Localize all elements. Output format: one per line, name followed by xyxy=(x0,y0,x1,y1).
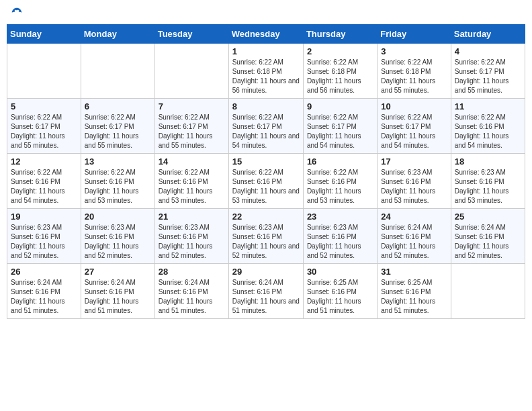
day-number: 26 xyxy=(11,267,77,277)
calendar-cell: 22Sunrise: 6:23 AM Sunset: 6:16 PM Dayli… xyxy=(228,209,303,264)
calendar-cell: 2Sunrise: 6:22 AM Sunset: 6:18 PM Daylig… xyxy=(303,44,377,99)
weekday-header-row: SundayMondayTuesdayWednesdayThursdayFrid… xyxy=(7,25,525,44)
day-number: 31 xyxy=(381,267,447,277)
calendar-week-row: 1Sunrise: 6:22 AM Sunset: 6:18 PM Daylig… xyxy=(7,44,525,99)
day-number: 19 xyxy=(11,212,77,222)
day-info: Sunrise: 6:23 AM Sunset: 6:16 PM Dayligh… xyxy=(307,223,373,261)
day-info: Sunrise: 6:23 AM Sunset: 6:16 PM Dayligh… xyxy=(11,223,77,261)
logo-bird-icon xyxy=(11,7,23,19)
calendar-cell: 6Sunrise: 6:22 AM Sunset: 6:17 PM Daylig… xyxy=(81,99,154,154)
day-info: Sunrise: 6:24 AM Sunset: 6:16 PM Dayligh… xyxy=(159,278,225,316)
day-info: Sunrise: 6:22 AM Sunset: 6:18 PM Dayligh… xyxy=(232,58,300,95)
calendar-cell: 26Sunrise: 6:24 AM Sunset: 6:16 PM Dayli… xyxy=(7,264,81,319)
calendar-cell: 5Sunrise: 6:22 AM Sunset: 6:17 PM Daylig… xyxy=(7,99,81,154)
day-number: 23 xyxy=(307,212,373,222)
calendar-cell: 11Sunrise: 6:22 AM Sunset: 6:16 PM Dayli… xyxy=(451,99,525,154)
day-number: 11 xyxy=(455,101,521,111)
day-info: Sunrise: 6:23 AM Sunset: 6:16 PM Dayligh… xyxy=(381,168,447,205)
weekday-header-wednesday: Wednesday xyxy=(228,25,303,44)
day-number: 22 xyxy=(232,212,300,222)
calendar-cell xyxy=(154,44,228,99)
day-info: Sunrise: 6:22 AM Sunset: 6:16 PM Dayligh… xyxy=(159,168,225,205)
day-info: Sunrise: 6:23 AM Sunset: 6:16 PM Dayligh… xyxy=(232,223,300,261)
day-info: Sunrise: 6:24 AM Sunset: 6:16 PM Dayligh… xyxy=(381,223,447,261)
day-info: Sunrise: 6:22 AM Sunset: 6:16 PM Dayligh… xyxy=(307,168,373,205)
calendar-cell: 7Sunrise: 6:22 AM Sunset: 6:17 PM Daylig… xyxy=(154,99,228,154)
day-info: Sunrise: 6:24 AM Sunset: 6:16 PM Dayligh… xyxy=(85,278,151,316)
day-number: 21 xyxy=(159,212,225,222)
day-number: 14 xyxy=(159,156,225,167)
day-number: 10 xyxy=(381,101,447,111)
calendar-cell: 28Sunrise: 6:24 AM Sunset: 6:16 PM Dayli… xyxy=(154,264,228,319)
day-number: 12 xyxy=(11,156,77,167)
day-number: 3 xyxy=(381,46,447,56)
logo xyxy=(9,7,23,19)
day-number: 9 xyxy=(307,101,373,111)
calendar-cell: 10Sunrise: 6:22 AM Sunset: 6:17 PM Dayli… xyxy=(378,99,451,154)
day-number: 28 xyxy=(159,267,225,277)
day-number: 24 xyxy=(381,212,447,222)
calendar-cell: 13Sunrise: 6:22 AM Sunset: 6:16 PM Dayli… xyxy=(81,154,154,209)
day-number: 27 xyxy=(85,267,151,277)
calendar-cell: 1Sunrise: 6:22 AM Sunset: 6:18 PM Daylig… xyxy=(228,44,303,99)
day-number: 25 xyxy=(455,212,521,222)
day-info: Sunrise: 6:23 AM Sunset: 6:16 PM Dayligh… xyxy=(455,168,521,205)
calendar-table: SundayMondayTuesdayWednesdayThursdayFrid… xyxy=(7,24,525,319)
calendar-cell xyxy=(81,44,154,99)
calendar-cell: 14Sunrise: 6:22 AM Sunset: 6:16 PM Dayli… xyxy=(154,154,228,209)
calendar-cell: 12Sunrise: 6:22 AM Sunset: 6:16 PM Dayli… xyxy=(7,154,81,209)
page-header xyxy=(7,7,525,19)
weekday-header-tuesday: Tuesday xyxy=(154,25,228,44)
day-info: Sunrise: 6:24 AM Sunset: 6:16 PM Dayligh… xyxy=(232,278,300,316)
day-number: 15 xyxy=(232,156,300,167)
day-number: 7 xyxy=(159,101,225,111)
calendar-cell: 19Sunrise: 6:23 AM Sunset: 6:16 PM Dayli… xyxy=(7,209,81,264)
calendar-cell: 4Sunrise: 6:22 AM Sunset: 6:17 PM Daylig… xyxy=(451,44,525,99)
day-number: 8 xyxy=(232,101,300,111)
day-number: 18 xyxy=(455,156,521,167)
calendar-cell: 16Sunrise: 6:22 AM Sunset: 6:16 PM Dayli… xyxy=(303,154,377,209)
day-info: Sunrise: 6:22 AM Sunset: 6:17 PM Dayligh… xyxy=(85,113,151,150)
day-info: Sunrise: 6:22 AM Sunset: 6:16 PM Dayligh… xyxy=(455,113,521,150)
calendar-week-row: 26Sunrise: 6:24 AM Sunset: 6:16 PM Dayli… xyxy=(7,264,525,319)
calendar-week-row: 19Sunrise: 6:23 AM Sunset: 6:16 PM Dayli… xyxy=(7,209,525,264)
calendar-cell: 20Sunrise: 6:23 AM Sunset: 6:16 PM Dayli… xyxy=(81,209,154,264)
weekday-header-monday: Monday xyxy=(81,25,154,44)
day-info: Sunrise: 6:22 AM Sunset: 6:17 PM Dayligh… xyxy=(159,113,225,150)
day-info: Sunrise: 6:23 AM Sunset: 6:16 PM Dayligh… xyxy=(159,223,225,261)
day-number: 4 xyxy=(455,46,521,56)
weekday-header-thursday: Thursday xyxy=(303,25,377,44)
weekday-header-saturday: Saturday xyxy=(451,25,525,44)
day-number: 30 xyxy=(307,267,373,277)
day-info: Sunrise: 6:22 AM Sunset: 6:18 PM Dayligh… xyxy=(307,58,373,95)
day-info: Sunrise: 6:24 AM Sunset: 6:16 PM Dayligh… xyxy=(11,278,77,316)
calendar-cell: 30Sunrise: 6:25 AM Sunset: 6:16 PM Dayli… xyxy=(303,264,377,319)
day-info: Sunrise: 6:22 AM Sunset: 6:17 PM Dayligh… xyxy=(11,113,77,150)
calendar-week-row: 12Sunrise: 6:22 AM Sunset: 6:16 PM Dayli… xyxy=(7,154,525,209)
day-info: Sunrise: 6:23 AM Sunset: 6:16 PM Dayligh… xyxy=(85,223,151,261)
day-info: Sunrise: 6:25 AM Sunset: 6:16 PM Dayligh… xyxy=(381,278,447,316)
day-number: 6 xyxy=(85,101,151,111)
calendar-cell: 31Sunrise: 6:25 AM Sunset: 6:16 PM Dayli… xyxy=(378,264,451,319)
calendar-cell: 25Sunrise: 6:24 AM Sunset: 6:16 PM Dayli… xyxy=(451,209,525,264)
calendar-cell: 27Sunrise: 6:24 AM Sunset: 6:16 PM Dayli… xyxy=(81,264,154,319)
day-number: 2 xyxy=(307,46,373,56)
day-number: 1 xyxy=(232,46,300,56)
weekday-header-sunday: Sunday xyxy=(7,25,81,44)
day-number: 16 xyxy=(307,156,373,167)
calendar-cell: 18Sunrise: 6:23 AM Sunset: 6:16 PM Dayli… xyxy=(451,154,525,209)
day-info: Sunrise: 6:22 AM Sunset: 6:17 PM Dayligh… xyxy=(455,58,521,95)
calendar-cell: 3Sunrise: 6:22 AM Sunset: 6:18 PM Daylig… xyxy=(378,44,451,99)
day-number: 29 xyxy=(232,267,300,277)
day-number: 5 xyxy=(11,101,77,111)
day-info: Sunrise: 6:22 AM Sunset: 6:17 PM Dayligh… xyxy=(381,113,447,150)
day-info: Sunrise: 6:22 AM Sunset: 6:17 PM Dayligh… xyxy=(307,113,373,150)
calendar-cell xyxy=(7,44,81,99)
day-number: 17 xyxy=(381,156,447,167)
calendar-cell: 24Sunrise: 6:24 AM Sunset: 6:16 PM Dayli… xyxy=(378,209,451,264)
calendar-cell: 15Sunrise: 6:22 AM Sunset: 6:16 PM Dayli… xyxy=(228,154,303,209)
calendar-cell: 21Sunrise: 6:23 AM Sunset: 6:16 PM Dayli… xyxy=(154,209,228,264)
calendar-cell: 8Sunrise: 6:22 AM Sunset: 6:17 PM Daylig… xyxy=(228,99,303,154)
day-info: Sunrise: 6:22 AM Sunset: 6:16 PM Dayligh… xyxy=(232,168,300,205)
weekday-header-friday: Friday xyxy=(378,25,451,44)
